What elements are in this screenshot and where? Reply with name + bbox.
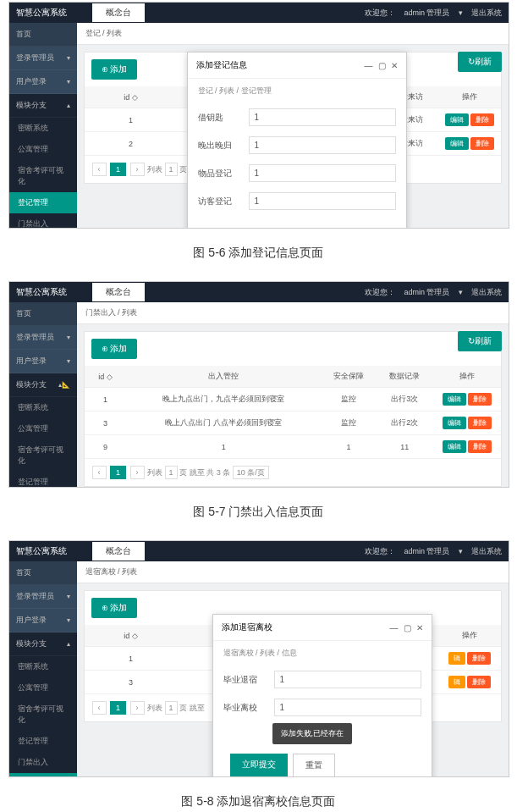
refresh-button[interactable]: ↻刷新 <box>458 52 502 72</box>
maximize-icon[interactable]: ▢ <box>404 623 411 632</box>
delete-button[interactable]: 删除 <box>470 137 494 150</box>
sidebar-item-module[interactable]: 模块分支▴ <box>9 632 77 656</box>
data-table: id ◇ 出入管控 安全保障 数据记录 操作 1晚上九点出门，九点半必须回到寝室… <box>85 366 501 459</box>
sidebar-item-module[interactable]: 模块分支▴ <box>9 94 77 118</box>
close-icon[interactable]: ✕ <box>416 623 423 632</box>
late-input[interactable] <box>249 136 396 154</box>
edit-button[interactable]: 编辑 <box>443 417 466 429</box>
delete-button[interactable]: 删除 <box>468 440 492 453</box>
sidebar-item-dormviz[interactable]: 宿舍考评可视化 <box>9 160 77 192</box>
sidebar: 首页 登录管理员▾ 用户登录▾ 模块分支▴ 密断系统 公寓管理 宿舍考评可视化 … <box>9 23 77 229</box>
logout-link[interactable]: 退出系统 <box>471 287 502 298</box>
pager-next[interactable]: › <box>130 163 145 176</box>
refresh-button[interactable]: ↻刷新 <box>458 331 502 351</box>
submit-button[interactable]: 立即提交 <box>230 754 288 777</box>
user-label: admin 管理员 <box>404 546 449 557</box>
sidebar-item-admin[interactable]: 登录管理员▾ <box>9 47 77 70</box>
sidebar-item-dormviz[interactable]: 宿舍考评可视化 <box>9 699 77 731</box>
sidebar-item-admin[interactable]: 登录管理员▾ <box>9 585 77 609</box>
tab-concept[interactable]: 概念台 <box>92 3 145 22</box>
chevron-down-icon[interactable]: ▾ <box>459 547 463 555</box>
delete-button[interactable]: 删除 <box>468 417 492 429</box>
pager-page[interactable]: 1 <box>110 466 126 479</box>
welcome-label: 欢迎您： <box>365 546 395 557</box>
brand: 智慧公寓系统 <box>16 286 67 298</box>
add-button[interactable]: ⊕ 添加 <box>91 598 138 618</box>
graduate-checkout-input[interactable] <box>274 671 421 688</box>
reset-button[interactable]: 重置 <box>293 754 335 777</box>
close-icon[interactable]: ✕ <box>391 61 398 70</box>
graduate-leave-input[interactable] <box>274 699 421 716</box>
edit-button[interactable]: 辑 <box>448 676 465 688</box>
delete-button[interactable]: 删除 <box>467 652 491 665</box>
pager-page[interactable]: 1 <box>110 701 126 715</box>
pager-prev[interactable]: ‹ <box>92 163 107 176</box>
edit-button[interactable]: 编辑 <box>443 393 466 406</box>
pager-page[interactable]: 1 <box>110 163 126 176</box>
pager: ‹ 1 › 列表 1 页 跳至 共 3 条 10 条/页 <box>85 459 501 486</box>
tab-concept[interactable]: 概念台 <box>92 542 145 561</box>
sidebar-item-apartment[interactable]: 公寓管理 <box>9 418 77 439</box>
sidebar-item-register[interactable]: 登记管理 <box>9 472 77 488</box>
add-register-modal: 添加登记信息 — ▢ ✕ 登记 / 列表 / 登记管理 借钥匙 晚出晚归 物品登… <box>187 52 407 229</box>
delete-button[interactable]: 删除 <box>468 393 492 406</box>
topbar: 智慧公寓系统 概念台 欢迎您： admin 管理员▾ 退出系统 <box>9 3 509 23</box>
sidebar-item-register[interactable]: 登记管理 <box>9 731 77 752</box>
sidebar-item-register[interactable]: 登记管理 <box>9 192 77 213</box>
pager-next[interactable]: › <box>130 466 145 479</box>
sidebar-item-dormviz[interactable]: 宿舍考评可视化 <box>9 439 77 472</box>
cartoon-sticker <box>478 225 509 229</box>
sidebar-item-userreg[interactable]: 用户登录▾ <box>9 70 77 94</box>
sidebar-item-userreg[interactable]: 用户登录▾ <box>9 609 77 632</box>
edit-button[interactable]: 编辑 <box>445 137 469 150</box>
sidebar-item-system[interactable]: 密断系统 <box>9 397 77 418</box>
user-label: admin 管理员 <box>404 287 449 298</box>
minimize-icon[interactable]: — <box>365 61 373 70</box>
add-button[interactable]: ⊕ 添加 <box>91 339 138 359</box>
maximize-icon[interactable]: ▢ <box>378 61 386 70</box>
table-row: 3晚上八点出门 八点半必须回到寝室监控出行2次编辑删除 <box>85 412 501 435</box>
chevron-down-icon: ▾ <box>67 334 70 341</box>
minimize-icon[interactable]: — <box>390 623 399 632</box>
pager-prev[interactable]: ‹ <box>92 701 107 715</box>
chevron-down-icon[interactable]: ▾ <box>459 8 463 17</box>
sidebar-item-system[interactable]: 密断系统 <box>9 118 77 139</box>
breadcrumb: 退宿离校 / 列表 <box>77 561 509 583</box>
table-row: 1晚上九点出门，九点半必须回到寝室监控出行3次编辑删除 <box>85 388 501 412</box>
sidebar-item-module[interactable]: 模块分支▴📐 <box>9 373 77 397</box>
pager-next[interactable]: › <box>130 701 145 715</box>
brand: 智慧公寓系统 <box>16 7 67 19</box>
modal-title: 添加退宿离校 <box>222 621 272 633</box>
sidebar-item-apartment[interactable]: 公寓管理 <box>9 677 77 699</box>
item-input[interactable] <box>249 164 396 182</box>
sidebar-item-system[interactable]: 密断系统 <box>9 656 77 677</box>
edit-button[interactable]: 编辑 <box>443 440 466 453</box>
sidebar-item-gate[interactable]: 门禁出入 <box>9 752 77 773</box>
sidebar-item-home[interactable]: 首页 <box>9 23 77 47</box>
sidebar-item-leave[interactable]: 退宿离校 <box>9 773 77 777</box>
add-button[interactable]: ⊕ 添加 <box>91 59 138 80</box>
edit-button[interactable]: 辑 <box>448 652 465 665</box>
table-row: 91111编辑删除 <box>85 435 501 459</box>
sidebar-item-home[interactable]: 首页 <box>9 561 77 585</box>
sidebar-item-gate[interactable]: 门禁出入 <box>9 213 77 229</box>
sidebar-item-admin[interactable]: 登录管理员▾ <box>9 326 77 350</box>
delete-button[interactable]: 删除 <box>470 113 494 126</box>
welcome-label: 欢迎您： <box>365 287 395 298</box>
sidebar-item-apartment[interactable]: 公寓管理 <box>9 139 77 160</box>
pager-prev[interactable]: ‹ <box>92 466 107 479</box>
sidebar-item-userreg[interactable]: 用户登录▾ <box>9 350 77 373</box>
sidebar-item-home[interactable]: 首页 <box>9 302 77 326</box>
logout-link[interactable]: 退出系统 <box>471 8 502 19</box>
visitor-input[interactable] <box>249 192 396 210</box>
key-input[interactable] <box>249 108 396 126</box>
tab-concept[interactable]: 概念台 <box>92 283 145 301</box>
welcome-label: 欢迎您： <box>365 8 395 19</box>
logout-link[interactable]: 退出系统 <box>471 546 502 557</box>
figure-caption: 图 5-8 添加退宿离校信息页面 <box>0 779 517 812</box>
chevron-down-icon[interactable]: ▾ <box>459 288 463 296</box>
error-toast: 添加失败,已经存在 <box>272 723 353 744</box>
edit-button[interactable]: 编辑 <box>445 113 469 126</box>
delete-button[interactable]: 删除 <box>467 676 491 688</box>
chevron-down-icon: ▾ <box>67 54 70 62</box>
